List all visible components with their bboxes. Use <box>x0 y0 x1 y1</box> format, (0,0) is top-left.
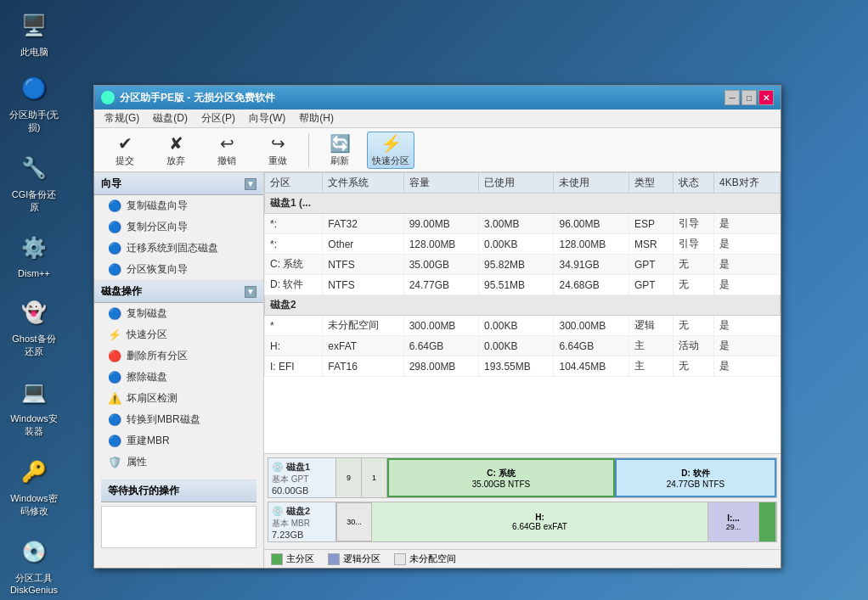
sidebar-item-wipe-disk[interactable]: 🔵 擦除磁盘 <box>94 367 263 388</box>
wizard-expand-btn[interactable]: ▼ <box>245 178 256 190</box>
sidebar-item-to-mbr[interactable]: 🔵 转换到MBR磁盘 <box>94 409 263 430</box>
desktop-icon-diskgenius[interactable]: 💿 分区工具DiskGenius <box>8 535 59 595</box>
table-row[interactable]: I: EFI FAT16 298.00MB 193.55MB 104.45MB … <box>265 356 781 377</box>
quick-partition-button[interactable]: ⚡ 快速分区 <box>367 132 414 169</box>
main-panel: 分区 文件系统 容量 已使用 未使用 类型 状态 4KB对齐 <box>264 172 781 568</box>
primary-color-swatch <box>271 553 283 565</box>
disk2-part-i[interactable]: I:... 29... <box>708 502 759 541</box>
disk2-info: 💿 磁盘2 基本 MBR 7.23GB <box>268 502 336 541</box>
desktop-icon-windows-pwd[interactable]: 🔑 Windows密码修改 <box>8 455 59 518</box>
sidebar-item-bad-sector[interactable]: ⚠️ 坏扇区检测 <box>94 388 263 409</box>
cell-fs: 未分配空间 <box>323 316 403 336</box>
maximize-button[interactable]: □ <box>741 90 757 105</box>
desktop-icon-cgi[interactable]: 🔧 CGI备份还原 <box>8 151 59 214</box>
disk1-label: 💿 磁盘1 <box>272 461 332 474</box>
window-title: 分区助手PE版 - 无损分区免费软件 <box>120 91 275 105</box>
desktop-icon-dism[interactable]: ⚙️ Dism++ <box>8 231 59 278</box>
desktop-icon-ghost[interactable]: 👻 Ghost备份还原 <box>8 295 59 358</box>
sidebar-item-copy-disk[interactable]: 🔵 复制磁盘向导 <box>94 195 263 216</box>
disk2-part-h[interactable]: H: 6.64GB exFAT <box>372 502 708 541</box>
sidebar-item-quick-part[interactable]: ⚡ 快速分区 <box>94 324 263 345</box>
table-row[interactable]: C: 系统 NTFS 35.00GB 95.82MB 34.91GB GPT 无… <box>265 255 781 275</box>
minimize-button[interactable]: ─ <box>724 90 740 105</box>
migrate-icon: 🔵 <box>108 242 121 255</box>
disk-ops-section-header[interactable]: 磁盘操作 ▼ <box>94 280 263 303</box>
disk1-part-msr[interactable]: 1 <box>362 458 387 497</box>
cell-size: 298.00MB <box>403 356 478 377</box>
disk-ops-expand-btn[interactable]: ▼ <box>245 286 256 298</box>
desktop-icons: 🖥️ 此电脑 🔵 分区助手(无损) 🔧 CGI备份还原 ⚙️ Dism++ 👻 … <box>0 0 68 600</box>
close-button[interactable]: ✕ <box>758 90 774 105</box>
table-header-row: 分区 文件系统 容量 已使用 未使用 类型 状态 4KB对齐 <box>265 173 781 193</box>
redo-button[interactable]: ↪ 重做 <box>254 132 302 169</box>
to-mbr-icon: 🔵 <box>108 413 121 427</box>
cell-free: 24.68GB <box>554 275 628 295</box>
disk2-part-small[interactable] <box>759 502 776 541</box>
sidebar-item-copy-disk2[interactable]: 🔵 复制磁盘 <box>94 303 263 324</box>
cell-used: 95.82MB <box>479 255 554 275</box>
redo-icon: ↪ <box>271 133 285 154</box>
toolbar-divider <box>308 133 309 167</box>
submit-button[interactable]: ✔ 提交 <box>101 132 149 169</box>
cell-type: MSR <box>628 234 673 255</box>
col-used: 已使用 <box>479 173 554 193</box>
discard-button[interactable]: ✘ 放弃 <box>152 132 200 169</box>
quick-part-icon: ⚡ <box>108 328 121 342</box>
sidebar-item-properties[interactable]: 🛡️ 属性 <box>94 451 263 473</box>
cell-used: 0.00KB <box>479 316 554 336</box>
cell-free: 128.00MB <box>554 234 628 255</box>
cell-status: 无 <box>673 316 713 336</box>
refresh-button[interactable]: 🔄 刷新 <box>316 132 364 169</box>
cell-fs: Other <box>323 234 403 255</box>
cell-partition: C: 系统 <box>265 255 323 275</box>
discard-icon: ✘ <box>169 133 183 154</box>
table-row[interactable]: H: exFAT 6.64GB 0.00KB 6.64GB 主 活动 是 <box>265 336 781 356</box>
desktop-icon-partition[interactable]: 🔵 分区助手(无损) <box>8 71 59 134</box>
desktop-icon-this-pc[interactable]: 🖥️ 此电脑 <box>8 8 59 59</box>
sidebar-item-migrate-ssd[interactable]: 🔵 迁移系统到固态磁盘 <box>94 238 263 259</box>
cell-size: 24.77GB <box>403 275 478 295</box>
disk2-label: 💿 磁盘2 <box>272 505 332 518</box>
cell-used: 3.00MB <box>479 214 554 234</box>
sidebar-item-copy-part[interactable]: 🔵 复制分区向导 <box>94 216 263 238</box>
col-type: 类型 <box>628 173 673 193</box>
refresh-icon: 🔄 <box>330 133 351 154</box>
logical-color-swatch <box>328 553 340 565</box>
table-row[interactable]: * 未分配空间 300.00MB 0.00KB 300.00MB 逻辑 无 是 <box>265 316 781 336</box>
cell-size: 6.64GB <box>403 336 478 356</box>
menu-partition[interactable]: 分区(P) <box>194 109 242 127</box>
disk2-viz-row: 💿 磁盘2 基本 MBR 7.23GB 30... H: 6.64GB exFA… <box>268 502 777 542</box>
menu-general[interactable]: 常规(G) <box>98 109 146 127</box>
sidebar-item-delete-parts[interactable]: 🔴 删除所有分区 <box>94 345 263 367</box>
sidebar-item-restore-part[interactable]: 🔵 分区恢复向导 <box>94 259 263 280</box>
partition-data-table: 分区 文件系统 容量 已使用 未使用 类型 状态 4KB对齐 <box>264 172 781 377</box>
table-row[interactable]: *: FAT32 99.00MB 3.00MB 96.00MB ESP 引导 是 <box>265 214 781 234</box>
cell-align: 是 <box>714 255 781 275</box>
table-row[interactable]: *: Other 128.00MB 0.00KB 128.00MB MSR 引导… <box>265 234 781 255</box>
col-align: 4KB对齐 <box>714 173 781 193</box>
pending-operations-box <box>101 506 256 548</box>
menu-help[interactable]: 帮助(H) <box>292 109 341 127</box>
menu-disk[interactable]: 磁盘(D) <box>146 109 194 127</box>
cell-partition: *: <box>265 214 323 234</box>
col-size: 容量 <box>403 173 478 193</box>
desktop-icon-windows-install[interactable]: 💻 Windows安装器 <box>8 375 59 438</box>
cell-size: 99.00MB <box>403 214 478 234</box>
cell-align: 是 <box>714 336 781 356</box>
quick-partition-icon: ⚡ <box>380 133 402 154</box>
disk1-part-d[interactable]: D: 软件 24.77GB NTFS <box>615 458 776 497</box>
wizard-section-header[interactable]: 向导 ▼ <box>94 172 263 195</box>
disk1-part-esp[interactable]: 9 <box>336 458 362 497</box>
disk2-parts: 30... H: 6.64GB exFAT I:... 29... <box>336 502 776 541</box>
legend-primary: 主分区 <box>271 552 314 565</box>
table-row[interactable]: D: 软件 NTFS 24.77GB 95.51MB 24.68GB GPT 无… <box>265 275 781 295</box>
disk2-part-unalloc[interactable]: 30... <box>336 502 372 541</box>
cell-type: 逻辑 <box>628 316 673 336</box>
disk1-part-c[interactable]: C: 系统 35.00GB NTFS <box>387 458 615 497</box>
sidebar-item-rebuild-mbr[interactable]: 🔵 重建MBR <box>94 430 263 451</box>
undo-button[interactable]: ↩ 撤销 <box>203 132 251 169</box>
menu-wizard[interactable]: 向导(W) <box>242 109 292 127</box>
cell-size: 35.00GB <box>403 255 478 275</box>
cell-status: 无 <box>673 275 713 295</box>
title-bar: 分区助手PE版 - 无损分区免费软件 ─ □ ✕ <box>94 86 781 109</box>
